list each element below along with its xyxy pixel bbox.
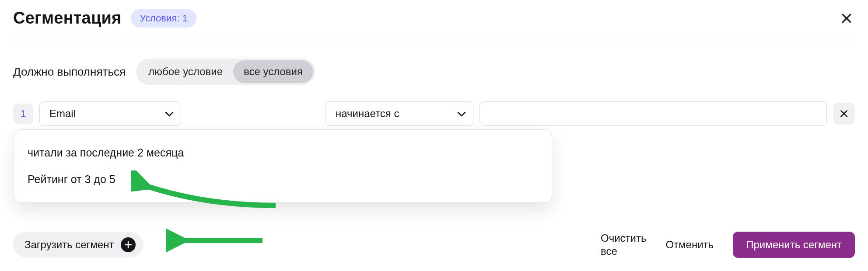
close-button[interactable] xyxy=(838,10,855,27)
apply-segment-button[interactable]: Применить сегмент xyxy=(733,232,855,258)
operator-select-value: начинается с xyxy=(336,108,399,120)
cancel-button[interactable]: Отменить xyxy=(665,238,714,251)
footer: Загрузить сегмент Очистить все Отменить … xyxy=(13,232,855,258)
conditions-count-badge: Условия: 1 xyxy=(131,9,196,28)
load-segment-button[interactable]: Загрузить сегмент xyxy=(13,232,144,257)
dropdown-item[interactable]: читали за последние 2 месяца xyxy=(14,139,552,166)
condition-row: 1 Email начинается с xyxy=(13,101,855,126)
header: Сегментация Условия: 1 xyxy=(13,9,855,39)
dropdown-item[interactable]: Рейтинг от 3 до 5 xyxy=(14,166,552,193)
field-select-value: Email xyxy=(49,108,76,120)
plus-icon xyxy=(121,237,136,252)
match-option-all[interactable]: все условия xyxy=(233,60,313,83)
condition-index: 1 xyxy=(13,104,33,124)
operator-select[interactable]: начинается с xyxy=(326,101,473,126)
remove-condition-button[interactable] xyxy=(833,103,855,125)
clear-all-line1: Очистить xyxy=(601,232,646,245)
close-icon xyxy=(840,109,848,118)
footer-actions: Очистить все Отменить Применить сегмент xyxy=(601,232,855,258)
segment-dropdown: читали за последние 2 месяца Рейтинг от … xyxy=(14,129,552,203)
close-icon xyxy=(841,13,852,24)
match-label: Должно выполняться xyxy=(13,65,126,79)
match-option-any[interactable]: любое условие xyxy=(138,60,233,83)
load-segment-label: Загрузить сегмент xyxy=(24,239,114,251)
match-row: Должно выполняться любое условие все усл… xyxy=(13,59,855,85)
match-toggle: любое условие все условия xyxy=(136,59,315,85)
clear-all-line2: все xyxy=(601,245,646,258)
chevron-down-icon xyxy=(165,108,174,120)
clear-all-button[interactable]: Очистить все xyxy=(601,232,646,258)
chevron-down-icon xyxy=(457,108,466,120)
value-input[interactable] xyxy=(480,101,827,126)
field-select[interactable]: Email xyxy=(39,101,181,126)
page-title: Сегментация xyxy=(13,9,121,28)
